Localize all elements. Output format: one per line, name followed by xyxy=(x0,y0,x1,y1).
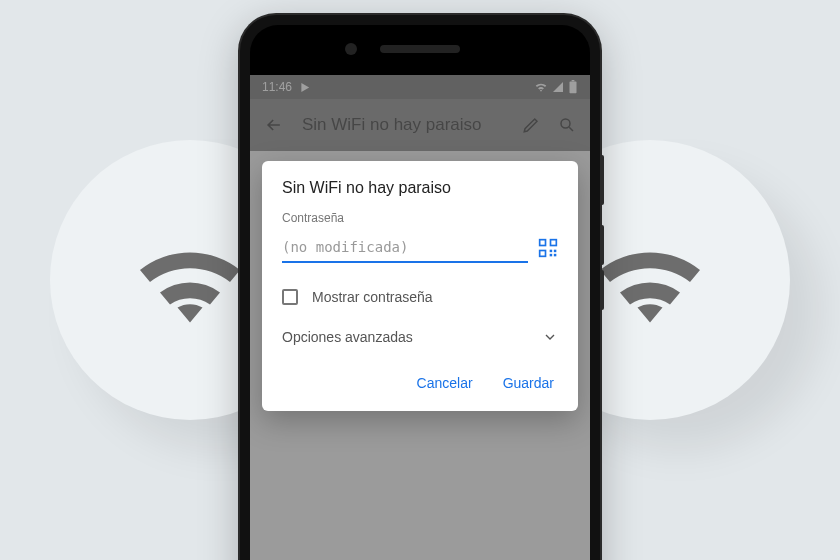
wifi-icon xyxy=(130,225,250,335)
cancel-button[interactable]: Cancelar xyxy=(413,367,477,399)
svg-rect-5 xyxy=(540,251,546,257)
advanced-options-row[interactable]: Opciones avanzadas xyxy=(282,329,558,345)
svg-rect-7 xyxy=(554,250,557,253)
show-password-row[interactable]: Mostrar contraseña xyxy=(282,289,558,305)
chevron-down-icon xyxy=(542,329,558,345)
wifi-password-dialog: Sin WiFi no hay paraiso Contraseña xyxy=(262,161,578,411)
show-password-label: Mostrar contraseña xyxy=(312,289,433,305)
phone-speaker xyxy=(380,45,460,53)
svg-rect-3 xyxy=(540,240,546,246)
svg-rect-9 xyxy=(554,254,557,257)
dialog-title: Sin WiFi no hay paraiso xyxy=(282,179,558,197)
show-password-checkbox[interactable] xyxy=(282,289,298,305)
svg-rect-8 xyxy=(550,254,553,257)
save-button[interactable]: Guardar xyxy=(499,367,558,399)
svg-rect-4 xyxy=(551,240,557,246)
svg-rect-6 xyxy=(550,250,553,253)
phone-camera xyxy=(345,43,357,55)
phone-frame: 11:46 Sin WiFi no hay paraiso xyxy=(240,15,600,560)
wifi-icon xyxy=(590,225,710,335)
password-label: Contraseña xyxy=(282,211,558,225)
volume-down-button xyxy=(600,270,604,310)
advanced-options-label: Opciones avanzadas xyxy=(282,329,413,345)
password-input[interactable] xyxy=(282,233,528,263)
qr-code-icon[interactable] xyxy=(538,238,558,258)
volume-up-button xyxy=(600,225,604,265)
phone-screen: 11:46 Sin WiFi no hay paraiso xyxy=(250,75,590,560)
power-button xyxy=(600,155,604,205)
